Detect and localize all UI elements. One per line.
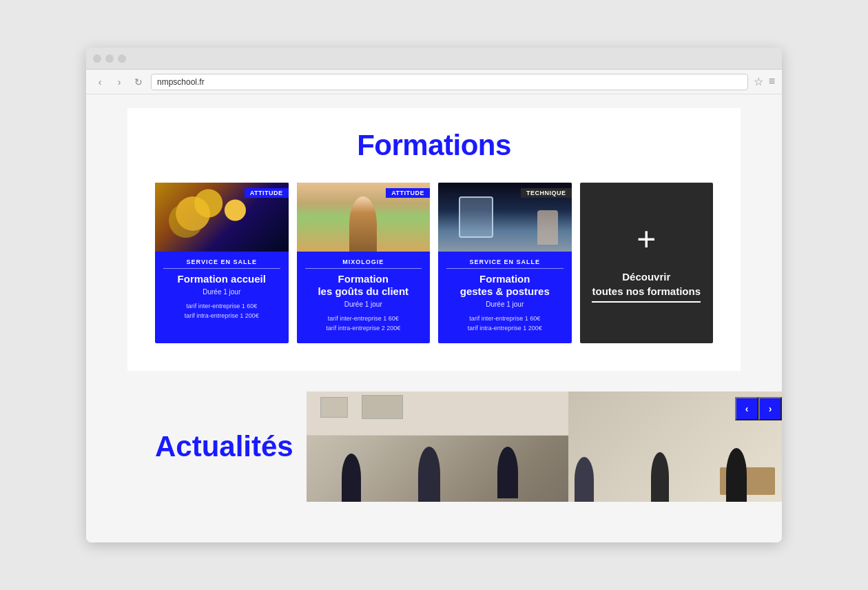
card2-title: Formation les goûts du client [318, 273, 409, 298]
card3-title: Formation gestes & postures [460, 273, 550, 298]
forward-button[interactable]: › [112, 75, 126, 89]
card3-duration: Durée 1 jour [486, 301, 524, 308]
traffic-light-close[interactable] [93, 54, 101, 63]
actualites-section: Actualités [86, 391, 782, 502]
formations-section: Formations Attitude Service en salle For… [127, 108, 741, 371]
back-button[interactable]: ‹ [93, 75, 107, 89]
card2-image: Attitude [297, 183, 431, 252]
browser-window: ‹ › ↻ nmpschool.fr ☆ ≡ Formations [86, 48, 782, 542]
bookmark-icon[interactable]: ☆ [754, 75, 763, 88]
browser-toolbar: ‹ › ↻ nmpschool.fr ☆ ≡ [86, 70, 782, 94]
toolbar-icons: ☆ ≡ [754, 75, 775, 88]
card3-price: tarif inter-entreprise 1 60€ tarif intra… [468, 314, 542, 334]
url-text: nmpschool.fr [157, 77, 205, 87]
card1-body: Service en salle Formation accueil Durée… [155, 252, 289, 343]
card2-badge: Attitude [386, 188, 430, 198]
actualites-left: Actualités [86, 391, 307, 502]
menu-icon[interactable]: ≡ [769, 75, 775, 88]
card1-price: tarif inter-entreprise 1 60€ tarif intra… [185, 301, 259, 321]
card3-body: Service en salle Formation gestes & post… [438, 252, 572, 343]
prev-arrow-button[interactable]: ‹ [735, 397, 758, 420]
card1-duration: Durée 1 jour [203, 288, 240, 296]
card-mixologie[interactable]: Attitude Mixologie Formation les goûts d… [297, 183, 431, 343]
plus-icon: + [637, 223, 656, 256]
card1-image: Attitude [155, 183, 289, 252]
next-arrow-button[interactable]: › [758, 397, 782, 420]
card1-badge: Attitude [245, 188, 289, 198]
traffic-light-minimize[interactable] [105, 54, 114, 63]
cards-grid: Attitude Service en salle Formation accu… [155, 183, 713, 343]
card1-category: Service en salle [163, 258, 280, 269]
refresh-button[interactable]: ↻ [132, 75, 145, 89]
traffic-lights [93, 54, 126, 63]
card-gestes-postures[interactable]: Technique Service en salle Formation ges… [438, 183, 572, 343]
card2-category: Mixologie [305, 258, 422, 269]
actualites-title: Actualités [155, 430, 293, 463]
actualites-image-area: ‹ › [307, 391, 782, 502]
card-formation-accueil[interactable]: Attitude Service en salle Formation accu… [155, 183, 289, 343]
card3-badge: Technique [521, 188, 572, 198]
actualites-photo [307, 391, 782, 502]
card-discover[interactable]: + Découvrir toutes nos formations [580, 183, 714, 343]
card3-image: Technique [438, 183, 572, 252]
discover-text: Découvrir toutes nos formations [592, 269, 701, 303]
card2-body: Mixologie Formation les goûts du client … [297, 252, 431, 343]
traffic-light-maximize[interactable] [118, 54, 126, 63]
card1-title: Formation accueil [178, 273, 266, 285]
nav-arrows: ‹ › [735, 397, 782, 420]
card2-price: tarif inter-entreprise 1 60€ tarif intra… [326, 314, 400, 334]
card2-duration: Durée 1 jour [344, 301, 382, 308]
formations-title: Formations [155, 129, 713, 162]
card3-category: Service en salle [446, 258, 564, 269]
address-bar[interactable]: nmpschool.fr [151, 74, 748, 90]
browser-titlebar [86, 48, 782, 70]
page-content: Formations Attitude Service en salle For… [86, 94, 782, 542]
